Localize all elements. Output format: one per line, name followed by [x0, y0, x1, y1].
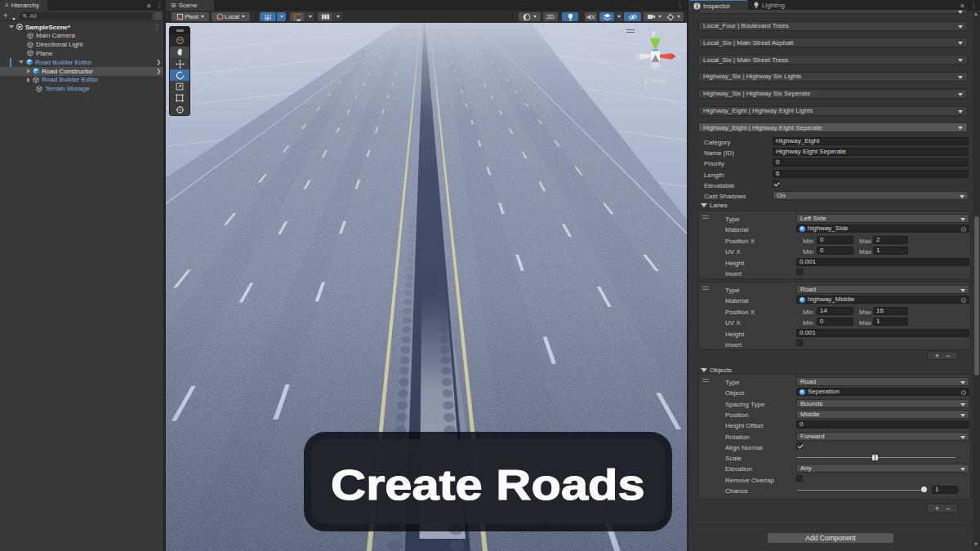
svg-text:❮ Persp: ❮ Persp: [644, 77, 666, 84]
svg-text:y: y: [652, 29, 656, 37]
svg-text:Y: Y: [266, 16, 270, 21]
svg-text:x: x: [677, 54, 680, 60]
svg-text:a: a: [671, 34, 675, 40]
